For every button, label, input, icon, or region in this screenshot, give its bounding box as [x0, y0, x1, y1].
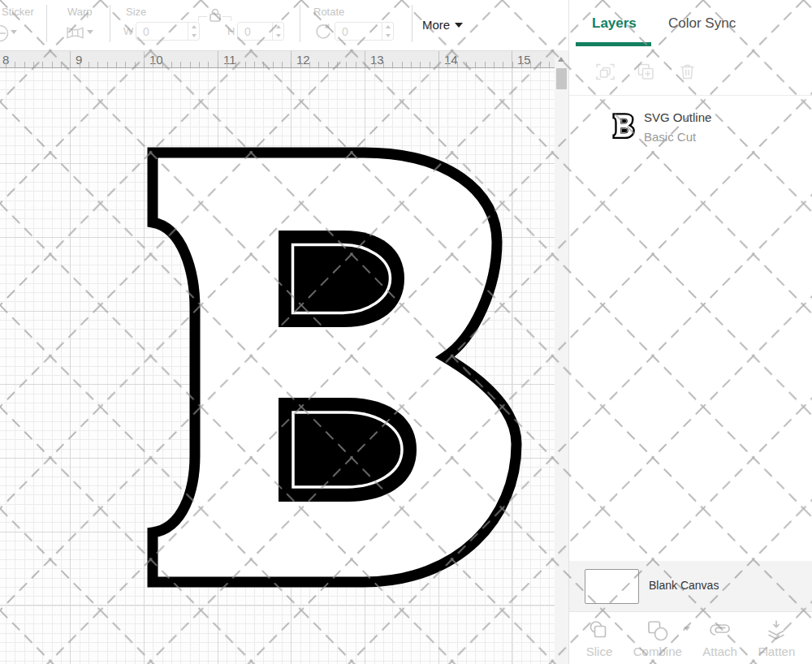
warp-icon[interactable] [66, 26, 84, 40]
layer-tools-row [569, 62, 812, 83]
scrollbar-thumb[interactable] [556, 68, 567, 89]
blank-canvas-label: Blank Canvas [649, 579, 719, 592]
rotate-input[interactable] [335, 23, 382, 40]
lock-icon[interactable] [209, 7, 222, 23]
rotate-input-group [335, 22, 394, 41]
width-stepper[interactable] [188, 23, 199, 40]
letter-b-artwork[interactable] [0, 68, 555, 664]
toolbar-divider [300, 5, 300, 42]
more-button-label: More [422, 18, 450, 32]
attach-label: Attach [702, 645, 737, 658]
add-layer-icon[interactable] [636, 62, 656, 82]
tab-layers[interactable]: Layers [592, 15, 637, 32]
height-input[interactable] [238, 23, 272, 40]
ruler-mark: 10 [149, 53, 163, 67]
edit-toolbar: Sticker Warp Size W H Rotate [0, 0, 568, 50]
active-tab-underline [576, 42, 651, 46]
ruler-mark: 11 [223, 53, 236, 67]
height-stepper[interactable] [272, 23, 283, 40]
more-dropdown-caret [455, 23, 463, 28]
sticker-dropdown-caret[interactable] [11, 30, 17, 34]
toolbar-divider [110, 5, 110, 42]
ruler-mark: 13 [370, 53, 384, 67]
ruler-mark: 9 [76, 53, 82, 67]
width-field-label: W [123, 25, 133, 37]
toolbar-divider [412, 5, 412, 42]
canvas-vertical-scrollbar[interactable] [555, 50, 568, 664]
ruler-mark: 12 [296, 53, 310, 67]
size-link-line-right [222, 16, 231, 21]
delete-layer-icon[interactable] [677, 62, 698, 82]
blank-canvas-row[interactable]: Blank Canvas [569, 561, 812, 611]
rotate-stepper[interactable] [382, 23, 393, 40]
flatten-label: Flatten [758, 645, 795, 658]
slice-icon [587, 619, 611, 643]
ruler-mark: 14 [444, 53, 458, 67]
attach-button[interactable]: Attach [702, 612, 737, 664]
blank-canvas-swatch[interactable] [585, 569, 639, 604]
slice-label: Slice [586, 645, 613, 658]
combine-dropdown-caret[interactable] [684, 627, 690, 631]
duplicate-icon[interactable] [595, 62, 615, 82]
combine-button[interactable]: Combine [633, 612, 682, 664]
flatten-button[interactable]: Flatten [758, 612, 795, 664]
sticker-group-label: Sticker [2, 6, 34, 18]
warp-dropdown-caret[interactable] [87, 30, 93, 34]
horizontal-ruler: 8 9 10 11 12 13 14 15 [0, 50, 555, 68]
flatten-icon [764, 619, 788, 643]
layer-list-item[interactable]: SVG Outline Basic Cut [569, 104, 812, 157]
height-field-label: H [227, 25, 235, 37]
combine-icon [646, 619, 670, 643]
combine-label: Combine [633, 645, 682, 658]
more-button[interactable]: More [422, 18, 463, 32]
height-input-group [237, 22, 284, 41]
layer-actions-bar: Slice Combine Attach [569, 611, 812, 664]
attach-icon [708, 619, 732, 643]
layer-title: SVG Outline [644, 110, 711, 124]
rotate-group-label: Rotate [313, 6, 344, 18]
design-canvas[interactable] [0, 68, 555, 664]
layer-thumbnail [612, 113, 635, 139]
app-window: Sticker Warp Size W H Rotate [0, 0, 812, 664]
layers-panel: Layers Color Sync [568, 0, 812, 664]
scroll-up-arrow-icon[interactable] [558, 57, 564, 62]
layer-subtitle: Basic Cut [644, 130, 696, 144]
warp-group-label: Warp [67, 6, 93, 18]
sticker-icon[interactable] [0, 24, 11, 43]
letter-b-outline[interactable] [153, 153, 516, 582]
tab-color-sync[interactable]: Color Sync [668, 15, 736, 32]
panel-divider [569, 95, 812, 96]
ruler-mark: 15 [517, 53, 531, 67]
rotate-icon[interactable] [314, 23, 332, 41]
toolbar-divider [46, 5, 47, 42]
size-link-line-left [198, 16, 207, 21]
width-input-group [136, 22, 200, 41]
size-group-label: Size [126, 6, 146, 18]
width-input[interactable] [136, 23, 188, 40]
slice-button[interactable]: Slice [586, 612, 613, 664]
ruler-mark: 8 [2, 53, 9, 67]
